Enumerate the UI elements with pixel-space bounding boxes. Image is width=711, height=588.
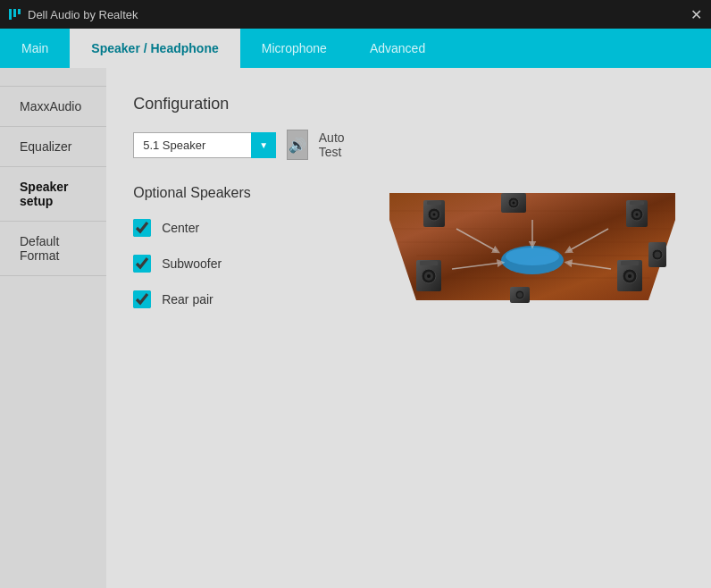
sidebar-item-speaker-setup[interactable]: Speaker setup — [0, 167, 106, 222]
tab-advanced[interactable]: Advanced — [348, 29, 447, 68]
svg-rect-8 — [420, 261, 438, 265]
svg-point-11 — [628, 274, 632, 278]
svg-rect-16 — [427, 201, 441, 205]
rear-pair-label: Rear pair — [162, 292, 213, 307]
speaker-visualization — [381, 95, 684, 561]
svg-point-19 — [636, 214, 639, 216]
center-checkbox[interactable] — [133, 219, 151, 237]
tabbar: Main Speaker / Headphone Microphone Adva… — [0, 29, 711, 68]
sidebar-item-default-format[interactable]: Default Format — [0, 222, 106, 276]
rear-pair-checkbox-item: Rear pair — [133, 290, 354, 308]
rear-pair-checkbox[interactable] — [133, 290, 151, 308]
titlebar: Dell Audio by Realtek ✕ — [0, 0, 711, 29]
svg-point-25 — [655, 252, 661, 258]
close-button[interactable]: ✕ — [690, 6, 702, 23]
main-content: MaxxAudio Equalizer Speaker setup Defaul… — [0, 68, 711, 588]
tab-microphone[interactable]: Microphone — [240, 29, 348, 68]
subwoofer-label: Subwoofer — [162, 256, 222, 271]
titlebar-left: Dell Audio by Realtek — [9, 8, 138, 21]
configuration-title: Configuration — [133, 95, 354, 113]
speaker-icon: 🔊 — [289, 137, 306, 154]
center-label: Center — [162, 221, 199, 235]
svg-rect-12 — [621, 261, 639, 265]
app-title: Dell Audio by Realtek — [28, 8, 138, 21]
speaker-stage-svg — [389, 104, 675, 318]
speaker-stage-container — [389, 104, 675, 318]
sound-button[interactable]: 🔊 — [287, 130, 308, 160]
auto-test-label: Auto Test — [319, 130, 354, 159]
config-row: 5.1 Speaker 2.0 Speaker 2.1 Speaker 4.0 … — [133, 130, 354, 160]
svg-point-7 — [427, 274, 431, 278]
speaker-select-wrapper: 5.1 Speaker 2.0 Speaker 2.1 Speaker 4.0 … — [133, 132, 276, 158]
sidebar-item-equalizer[interactable]: Equalizer — [0, 127, 106, 167]
svg-point-26 — [506, 248, 559, 265]
subwoofer-checkbox[interactable] — [133, 255, 151, 273]
app-icon — [9, 9, 21, 20]
subwoofer-checkbox-item: Subwoofer — [133, 255, 354, 273]
svg-point-34 — [517, 292, 523, 298]
tab-main[interactable]: Main — [0, 29, 70, 68]
optional-speakers-title: Optional Speakers — [133, 185, 354, 201]
left-panel: Configuration 5.1 Speaker 2.0 Speaker 2.… — [133, 95, 354, 561]
sidebar: MaxxAudio Equalizer Speaker setup Defaul… — [0, 68, 106, 588]
svg-point-15 — [433, 214, 436, 216]
center-checkbox-item: Center — [133, 219, 354, 237]
tab-speaker-headphone[interactable]: Speaker / Headphone — [70, 29, 239, 68]
speaker-select[interactable]: 5.1 Speaker 2.0 Speaker 2.1 Speaker 4.0 … — [133, 132, 276, 158]
sidebar-item-maxx-audio[interactable]: MaxxAudio — [0, 86, 106, 127]
svg-rect-20 — [630, 201, 644, 205]
svg-point-23 — [513, 202, 515, 205]
content-area: Configuration 5.1 Speaker 2.0 Speaker 2.… — [106, 68, 711, 588]
